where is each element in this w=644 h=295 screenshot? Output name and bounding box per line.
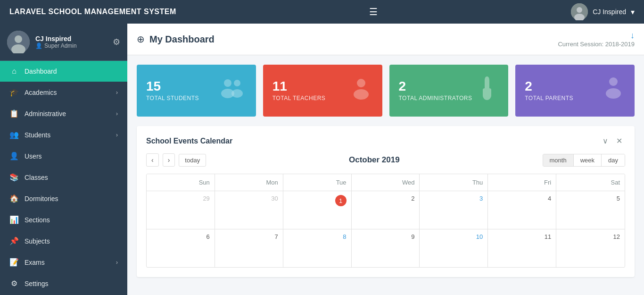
cal-cell-9-oct[interactable]: 9 — [352, 229, 420, 267]
parents-count: 2 — [525, 80, 573, 93]
navbar: LARAVEL SCHOOL MANAGEMENT SYSTEM ☰ CJ In… — [0, 0, 644, 24]
cal-cell-6-oct[interactable]: 6 — [147, 229, 215, 267]
plus-icon: ⊕ — [137, 34, 145, 45]
sidebar-item-settings[interactable]: ⚙ Settings — [0, 273, 127, 294]
sidebar-user-role: 👤 Super Admin — [35, 42, 77, 49]
navbar-username: CJ Inspired — [593, 8, 626, 16]
svg-point-12 — [609, 77, 618, 86]
sidebar-item-dashboard[interactable]: ⌂ Dashboard — [0, 61, 127, 82]
home-icon: ⌂ — [9, 67, 19, 76]
cal-month-title: October 2019 — [210, 155, 538, 165]
menu-toggle[interactable]: ☰ — [369, 6, 378, 17]
sidebar-item-classes[interactable]: 📚 Classes — [0, 167, 127, 188]
teachers-info: 11 TOTAL TEACHERS — [272, 80, 326, 101]
chevron-right-icon-4: › — [116, 259, 118, 266]
cal-view-buttons: month week day — [543, 154, 625, 167]
cal-cell-5-oct[interactable]: 5 — [556, 191, 625, 229]
students-stat-icon — [218, 76, 247, 105]
sidebar: CJ Inspired 👤 Super Admin ⚙ ⌂ Dashboard — [0, 24, 127, 295]
parents-label: TOTAL PARENTS — [525, 95, 573, 101]
sidebar-avatar — [7, 31, 30, 53]
cal-view-week[interactable]: week — [574, 154, 602, 166]
cal-cell-3-oct[interactable]: 3 — [420, 191, 488, 229]
calendar-grid: Sun Mon Tue Wed Thu Fri Sat 29 30 1 2 3 … — [146, 174, 625, 268]
students-icon: 👥 — [9, 130, 19, 139]
admin-stat-icon — [475, 74, 499, 107]
cal-cell-30-sep[interactable]: 30 — [215, 191, 283, 229]
calendar-close-button[interactable]: ✕ — [613, 135, 625, 146]
chevron-right-icon-3: › — [116, 132, 118, 138]
calendar-collapse-button[interactable]: ∨ — [600, 135, 611, 146]
cal-header-sun: Sun — [147, 174, 215, 191]
session-label: Current Session: 2018-2019 — [558, 41, 635, 48]
students-info: 15 TOTAL STUDENTS — [146, 80, 199, 101]
calendar-toolbar: ‹ › today October 2019 month week day — [146, 153, 625, 167]
main-content: ⊕ My Dashboard ↓ Current Session: 2018-2… — [127, 24, 644, 295]
calendar-controls: ∨ ✕ — [600, 135, 625, 146]
chevron-right-icon-2: › — [116, 110, 118, 117]
sidebar-profile: CJ Inspired 👤 Super Admin ⚙ — [0, 24, 127, 61]
sidebar-item-students[interactable]: 👥 Students › — [0, 124, 127, 145]
cal-cell-8-oct[interactable]: 8 — [283, 229, 352, 267]
settings-icon: ⚙ — [9, 279, 19, 288]
cal-cell-11-oct[interactable]: 11 — [488, 229, 556, 267]
sidebar-item-sections[interactable]: 📊 Sections — [0, 209, 127, 230]
user-menu[interactable]: CJ Inspired ▾ — [571, 3, 635, 20]
page-title: My Dashboard — [149, 34, 215, 45]
cal-view-day[interactable]: day — [602, 154, 625, 166]
students-count: 15 — [146, 80, 199, 93]
sidebar-nav: ⌂ Dashboard 🎓 Academics › 📋 Administrati… — [0, 61, 127, 295]
session-arrow-icon: ↓ — [558, 31, 635, 41]
page-title-wrap: ⊕ My Dashboard — [137, 34, 215, 45]
cal-header-tue: Tue — [283, 174, 352, 191]
admins-label: TOTAL ADMINISTRATORS — [399, 95, 472, 101]
svg-point-1 — [577, 7, 582, 13]
teachers-label: TOTAL TEACHERS — [272, 95, 326, 101]
academics-icon: 🎓 — [9, 88, 19, 97]
sidebar-item-dormitories[interactable]: 🏠 Dormitories — [0, 188, 127, 209]
teachers-stat-icon — [349, 76, 373, 105]
stats-row: 15 TOTAL STUDENTS 11 TOTAL TEACHERS — [137, 65, 635, 117]
users-icon: 👤 — [9, 152, 19, 160]
calendar-section: School Events Calendar ∨ ✕ ‹ › today Oct… — [137, 126, 635, 277]
cal-cell-10-oct[interactable]: 10 — [420, 229, 488, 267]
calendar-header: School Events Calendar ∨ ✕ — [146, 135, 625, 146]
cal-view-month[interactable]: month — [543, 154, 574, 166]
admins-count: 2 — [399, 80, 472, 93]
sidebar-user-name: CJ Inspired — [35, 35, 77, 42]
administrative-icon: 📋 — [9, 109, 19, 118]
stat-card-students: 15 TOTAL STUDENTS — [137, 65, 256, 117]
session-info: ↓ Current Session: 2018-2019 — [558, 31, 635, 48]
avatar — [571, 3, 588, 20]
cal-header-thu: Thu — [420, 174, 488, 191]
cal-cell-7-oct[interactable]: 7 — [215, 229, 283, 267]
calendar-title: School Events Calendar — [146, 137, 232, 145]
parents-info: 2 TOTAL PARENTS — [525, 80, 573, 101]
sidebar-item-exams[interactable]: 📝 Exams › — [0, 252, 127, 273]
svg-point-11 — [354, 89, 369, 100]
cal-week-2: 6 7 8 9 10 11 12 — [147, 229, 625, 267]
cal-cell-2-oct[interactable]: 2 — [352, 191, 420, 229]
admins-info: 2 TOTAL ADMINISTRATORS — [399, 80, 472, 101]
cal-next-button[interactable]: › — [163, 153, 175, 167]
sidebar-item-subjects[interactable]: 📌 Subjects — [0, 230, 127, 252]
stat-card-admins: 2 TOTAL ADMINISTRATORS — [389, 65, 509, 117]
chevron-down-icon: ▾ — [631, 8, 635, 17]
students-label: TOTAL STUDENTS — [146, 95, 199, 101]
cal-today-button[interactable]: today — [179, 154, 206, 167]
cal-cell-29-sep[interactable]: 29 — [147, 191, 215, 229]
cal-header-mon: Mon — [215, 174, 283, 191]
sidebar-profile-info: CJ Inspired 👤 Super Admin — [35, 35, 77, 49]
sidebar-item-academics[interactable]: 🎓 Academics › — [0, 82, 127, 103]
cal-cell-12-oct[interactable]: 12 — [556, 229, 625, 267]
stat-card-teachers: 11 TOTAL TEACHERS — [263, 65, 382, 117]
cal-cell-4-oct[interactable]: 4 — [488, 191, 556, 229]
sidebar-item-users[interactable]: 👤 Users — [0, 145, 127, 167]
cal-prev-button[interactable]: ‹ — [146, 153, 159, 167]
settings-gear-icon[interactable]: ⚙ — [113, 37, 120, 47]
cal-header-fri: Fri — [488, 174, 556, 191]
sidebar-item-administrative[interactable]: 📋 Administrative › — [0, 103, 127, 124]
svg-point-6 — [224, 79, 231, 87]
dormitories-icon: 🏠 — [9, 194, 19, 203]
cal-cell-1-oct[interactable]: 1 — [283, 191, 352, 229]
